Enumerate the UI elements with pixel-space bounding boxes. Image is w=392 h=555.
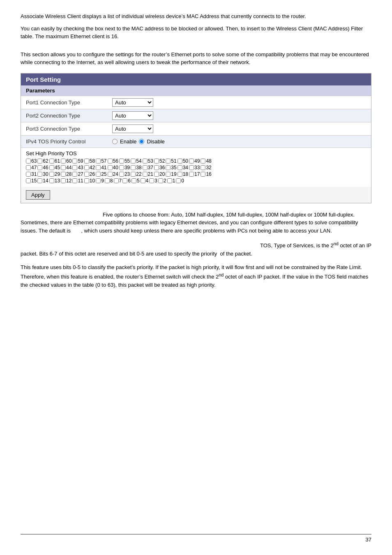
port3-value[interactable]: Auto 10M half-duplex 10M full-duplex 100… [112,124,153,133]
port2-label: Port2 Connection Type [26,113,112,119]
ipv4-tos-label: IPv4 TOS Priority Control [26,138,112,145]
cb-52[interactable]: 52 [154,158,165,164]
port2-row: Port2 Connection Type Auto 10M half-dupl… [21,109,371,122]
cb-54[interactable]: 54 [131,158,141,164]
cb-31[interactable]: 31 [26,171,37,177]
cb-13[interactable]: 13 [49,178,60,184]
cb-55[interactable]: 55 [119,158,130,164]
cb-14[interactable]: 14 [37,178,48,184]
cb-63[interactable]: 63 [26,158,37,164]
ipv4-tos-value[interactable]: Enable Disable [112,138,165,145]
feature-sup: nd [219,272,224,277]
cb-9[interactable]: 9 [96,178,104,184]
cb-45[interactable]: 45 [49,165,60,170]
cb-4[interactable]: 4 [141,178,149,184]
cb-59[interactable]: 59 [72,158,83,164]
cb-28[interactable]: 28 [61,171,71,177]
cb-21[interactable]: 21 [143,171,153,177]
cb-24[interactable]: 24 [108,171,118,177]
cb-16[interactable]: 16 [201,171,211,177]
cb-26[interactable]: 26 [84,171,95,177]
cb-34[interactable]: 34 [178,165,188,170]
tos-enable-radio[interactable] [112,139,118,144]
ipv4-tos-row: IPv4 TOS Priority Control Enable Disable [21,135,371,147]
section-description: This section allows you to configure the… [21,51,371,67]
cb-56[interactable]: 56 [108,158,118,164]
cb-61[interactable]: 61 [49,158,60,164]
cb-62[interactable]: 62 [37,158,48,164]
cb-38[interactable]: 38 [131,165,141,170]
cb-42[interactable]: 42 [84,165,95,170]
cb-57[interactable]: 57 [96,158,106,164]
cb-47[interactable]: 47 [26,165,37,170]
apply-row: Apply [21,187,371,203]
cb-2[interactable]: 2 [158,178,166,184]
cb-32[interactable]: 32 [201,165,211,170]
cb-29[interactable]: 29 [49,171,60,177]
cb-25[interactable]: 25 [96,171,106,177]
cb-22[interactable]: 22 [131,171,141,177]
tos-sup: nd [334,241,339,246]
cb-40[interactable]: 40 [108,165,118,170]
cb-8[interactable]: 8 [105,178,113,184]
port2-value[interactable]: Auto 10M half-duplex 10M full-duplex 100… [112,111,153,120]
cb-7[interactable]: 7 [114,178,122,184]
cb-35[interactable]: 35 [166,165,176,170]
cb-49[interactable]: 49 [189,158,200,164]
cb-27[interactable]: 27 [72,171,83,177]
cb-58[interactable]: 58 [84,158,95,164]
cb-1[interactable]: 1 [167,178,175,184]
cb-50[interactable]: 50 [178,158,188,164]
checkbox-row-4: 15 14 13 12 11 10 9 8 7 6 5 4 3 2 1 0 [26,178,366,184]
port1-select[interactable]: Auto 10M half-duplex 10M full-duplex 100… [112,98,153,107]
cb-37[interactable]: 37 [143,165,153,170]
cb-3[interactable]: 3 [149,178,157,184]
after-table-text: Five options to choose from: Auto, 10M h… [21,211,371,235]
cb-53[interactable]: 53 [143,158,153,164]
port1-value[interactable]: Auto 10M half-duplex 10M full-duplex 100… [112,98,153,107]
cb-43[interactable]: 43 [72,165,83,170]
cb-15[interactable]: 15 [26,178,37,184]
port2-select[interactable]: Auto 10M half-duplex 10M full-duplex 100… [112,111,153,120]
cb-10[interactable]: 10 [84,178,95,184]
port3-label: Port3 Connection Type [26,126,112,132]
cb-44[interactable]: 44 [61,165,71,170]
tos-section: Set High Priority TOS 63 62 61 60 59 58 … [21,147,371,187]
tos-desc-section: TOS, Type of Services, is the 2nd octet … [21,240,371,258]
port-setting-box: Port Setting Parameters Port1 Connection… [21,73,371,203]
tos-enable-label: Enable [120,138,136,145]
cb-19[interactable]: 19 [166,171,176,177]
bottom-line [21,534,371,534]
cb-51[interactable]: 51 [166,158,176,164]
cb-60[interactable]: 60 [61,158,71,164]
cb-17[interactable]: 17 [189,171,200,177]
cb-36[interactable]: 36 [154,165,165,170]
feature-para: This feature uses bits 0-5 to classify t… [21,263,371,289]
cb-33[interactable]: 33 [189,165,200,170]
apply-button[interactable]: Apply [26,190,50,200]
cb-11[interactable]: 11 [72,178,83,184]
checkbox-row-2: 47 46 45 44 43 42 41 40 39 38 37 36 35 3… [26,165,366,170]
cb-23[interactable]: 23 [119,171,130,177]
cb-18[interactable]: 18 [178,171,188,177]
port3-row: Port3 Connection Type Auto 10M half-dupl… [21,122,371,135]
port1-row: Port1 Connection Type Auto 10M half-dupl… [21,96,371,109]
cb-48[interactable]: 48 [201,158,211,164]
cb-12[interactable]: 12 [61,178,71,184]
cb-20[interactable]: 20 [154,171,165,177]
feature-desc-section: This feature uses bits 0-5 to classify t… [21,263,371,289]
cb-0[interactable]: 0 [176,178,184,184]
tos-disable-radio[interactable] [139,139,144,144]
page-number: 37 [366,537,371,543]
port3-select[interactable]: Auto 10M half-duplex 10M full-duplex 100… [112,124,153,133]
cb-46[interactable]: 46 [37,165,48,170]
tos-disable-label: Disable [147,138,164,145]
cb-30[interactable]: 30 [37,171,48,177]
port-setting-title: Port Setting [21,74,371,85]
cb-6[interactable]: 6 [122,178,131,184]
connection-type-desc: Five options to choose from: Auto, 10M h… [21,211,371,235]
tos-packet-desc: packet. Bits 6-7 of this octet are reser… [21,250,371,258]
cb-41[interactable]: 41 [96,165,106,170]
cb-39[interactable]: 39 [119,165,130,170]
cb-5[interactable]: 5 [131,178,140,184]
